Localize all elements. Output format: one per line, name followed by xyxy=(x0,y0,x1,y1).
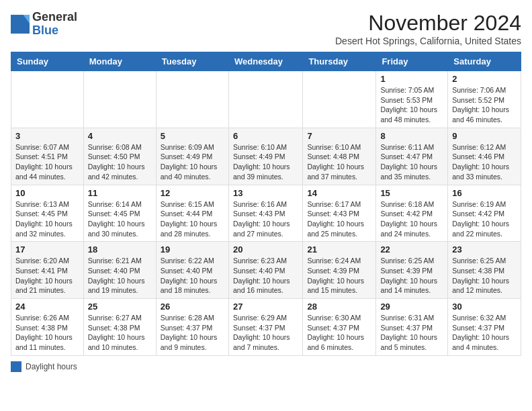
calendar-table: SundayMondayTuesdayWednesdayThursdayFrid… xyxy=(11,52,521,356)
day-number: 18 xyxy=(88,244,152,255)
calendar-cell xyxy=(228,71,302,128)
week-row-1: 1Sunrise: 7:05 AM Sunset: 5:53 PM Daylig… xyxy=(11,71,521,128)
week-row-4: 17Sunrise: 6:20 AM Sunset: 4:41 PM Dayli… xyxy=(11,242,521,299)
day-info: Sunrise: 6:14 AM Sunset: 4:45 PM Dayligh… xyxy=(88,199,152,239)
svg-rect-1 xyxy=(11,24,30,34)
column-header-monday: Monday xyxy=(83,52,156,71)
day-number: 28 xyxy=(307,302,371,312)
header-row: SundayMondayTuesdayWednesdayThursdayFrid… xyxy=(11,52,521,71)
logo-general: General xyxy=(32,10,77,24)
day-info: Sunrise: 6:10 AM Sunset: 4:48 PM Dayligh… xyxy=(307,142,371,182)
day-number: 26 xyxy=(161,302,224,312)
logo-blue: Blue xyxy=(32,24,58,37)
calendar-cell: 16Sunrise: 6:19 AM Sunset: 4:42 PM Dayli… xyxy=(448,185,521,242)
day-info: Sunrise: 7:05 AM Sunset: 5:53 PM Dayligh… xyxy=(380,85,443,125)
day-info: Sunrise: 6:29 AM Sunset: 4:37 PM Dayligh… xyxy=(233,313,298,353)
day-number: 17 xyxy=(15,244,79,255)
day-info: Sunrise: 6:09 AM Sunset: 4:49 PM Dayligh… xyxy=(161,142,224,182)
day-info: Sunrise: 6:22 AM Sunset: 4:40 PM Dayligh… xyxy=(161,256,224,295)
day-info: Sunrise: 6:13 AM Sunset: 4:45 PM Dayligh… xyxy=(15,199,79,239)
calendar-cell xyxy=(11,71,84,128)
day-number: 3 xyxy=(15,131,79,141)
day-info: Sunrise: 6:32 AM Sunset: 4:37 PM Dayligh… xyxy=(452,313,517,353)
logo-icon xyxy=(11,15,30,34)
calendar-cell: 24Sunrise: 6:26 AM Sunset: 4:38 PM Dayli… xyxy=(11,299,84,356)
calendar-cell: 13Sunrise: 6:16 AM Sunset: 4:43 PM Dayli… xyxy=(228,185,302,242)
day-number: 8 xyxy=(380,131,443,141)
week-row-3: 10Sunrise: 6:13 AM Sunset: 4:45 PM Dayli… xyxy=(11,185,521,242)
day-info: Sunrise: 6:10 AM Sunset: 4:49 PM Dayligh… xyxy=(233,142,298,182)
month-title: November 2024 xyxy=(335,11,521,36)
calendar-cell: 22Sunrise: 6:25 AM Sunset: 4:39 PM Dayli… xyxy=(376,242,448,299)
calendar-cell: 6Sunrise: 6:10 AM Sunset: 4:49 PM Daylig… xyxy=(228,128,302,185)
day-number: 16 xyxy=(452,188,517,198)
location-subtitle: Desert Hot Springs, California, United S… xyxy=(335,36,521,46)
calendar-cell: 4Sunrise: 6:08 AM Sunset: 4:50 PM Daylig… xyxy=(83,128,156,185)
calendar-cell: 20Sunrise: 6:23 AM Sunset: 4:40 PM Dayli… xyxy=(228,242,302,299)
day-number: 29 xyxy=(380,302,443,312)
day-info: Sunrise: 6:27 AM Sunset: 4:38 PM Dayligh… xyxy=(88,313,152,353)
calendar-cell: 1Sunrise: 7:05 AM Sunset: 5:53 PM Daylig… xyxy=(376,71,448,128)
legend: Daylight hours xyxy=(11,361,521,372)
calendar-cell xyxy=(303,71,376,128)
day-number: 6 xyxy=(233,131,298,141)
day-info: Sunrise: 6:19 AM Sunset: 4:42 PM Dayligh… xyxy=(452,199,517,239)
day-number: 22 xyxy=(380,244,443,255)
day-info: Sunrise: 6:07 AM Sunset: 4:51 PM Dayligh… xyxy=(15,142,79,182)
column-header-thursday: Thursday xyxy=(303,52,376,71)
legend-label: Daylight hours xyxy=(26,362,77,371)
calendar-cell: 30Sunrise: 6:32 AM Sunset: 4:37 PM Dayli… xyxy=(448,299,521,356)
calendar-cell xyxy=(156,71,228,128)
calendar-cell: 9Sunrise: 6:12 AM Sunset: 4:46 PM Daylig… xyxy=(448,128,521,185)
calendar-cell: 18Sunrise: 6:21 AM Sunset: 4:40 PM Dayli… xyxy=(83,242,156,299)
calendar-cell: 5Sunrise: 6:09 AM Sunset: 4:49 PM Daylig… xyxy=(156,128,228,185)
day-number: 4 xyxy=(88,131,152,141)
calendar-cell: 12Sunrise: 6:15 AM Sunset: 4:44 PM Dayli… xyxy=(156,185,228,242)
calendar-cell: 25Sunrise: 6:27 AM Sunset: 4:38 PM Dayli… xyxy=(83,299,156,356)
day-info: Sunrise: 6:11 AM Sunset: 4:47 PM Dayligh… xyxy=(380,142,443,182)
header: General Blue November 2024 Desert Hot Sp… xyxy=(11,11,521,46)
day-info: Sunrise: 6:26 AM Sunset: 4:38 PM Dayligh… xyxy=(15,313,79,353)
title-area: November 2024 Desert Hot Springs, Califo… xyxy=(335,11,521,46)
day-number: 13 xyxy=(233,188,298,198)
column-header-wednesday: Wednesday xyxy=(228,52,302,71)
calendar-cell: 2Sunrise: 7:06 AM Sunset: 5:52 PM Daylig… xyxy=(448,71,521,128)
day-number: 23 xyxy=(452,244,517,255)
column-header-friday: Friday xyxy=(376,52,448,71)
logo: General Blue xyxy=(11,11,77,38)
calendar-cell: 14Sunrise: 6:17 AM Sunset: 4:43 PM Dayli… xyxy=(303,185,376,242)
day-info: Sunrise: 6:18 AM Sunset: 4:42 PM Dayligh… xyxy=(380,199,443,239)
day-number: 20 xyxy=(233,244,298,255)
calendar-cell: 23Sunrise: 6:25 AM Sunset: 4:38 PM Dayli… xyxy=(448,242,521,299)
calendar-cell: 28Sunrise: 6:30 AM Sunset: 4:37 PM Dayli… xyxy=(303,299,376,356)
day-number: 2 xyxy=(452,74,517,84)
day-number: 25 xyxy=(88,302,152,312)
day-number: 24 xyxy=(15,302,79,312)
day-number: 15 xyxy=(380,188,443,198)
calendar-cell: 10Sunrise: 6:13 AM Sunset: 4:45 PM Dayli… xyxy=(11,185,84,242)
calendar-cell: 3Sunrise: 6:07 AM Sunset: 4:51 PM Daylig… xyxy=(11,128,84,185)
day-info: Sunrise: 6:16 AM Sunset: 4:43 PM Dayligh… xyxy=(233,199,298,239)
day-number: 10 xyxy=(15,188,79,198)
logo-text: General Blue xyxy=(32,11,77,38)
day-number: 12 xyxy=(161,188,224,198)
calendar-cell: 17Sunrise: 6:20 AM Sunset: 4:41 PM Dayli… xyxy=(11,242,84,299)
day-number: 5 xyxy=(161,131,224,141)
calendar-cell: 27Sunrise: 6:29 AM Sunset: 4:37 PM Dayli… xyxy=(228,299,302,356)
day-number: 19 xyxy=(161,244,224,255)
day-info: Sunrise: 6:30 AM Sunset: 4:37 PM Dayligh… xyxy=(307,313,371,353)
day-number: 7 xyxy=(307,131,371,141)
week-row-2: 3Sunrise: 6:07 AM Sunset: 4:51 PM Daylig… xyxy=(11,128,521,185)
day-number: 9 xyxy=(452,131,517,141)
day-number: 11 xyxy=(88,188,152,198)
day-info: Sunrise: 6:21 AM Sunset: 4:40 PM Dayligh… xyxy=(88,256,152,295)
day-number: 27 xyxy=(233,302,298,312)
calendar-cell: 29Sunrise: 6:31 AM Sunset: 4:37 PM Dayli… xyxy=(376,299,448,356)
day-info: Sunrise: 6:20 AM Sunset: 4:41 PM Dayligh… xyxy=(15,256,79,295)
calendar-cell: 11Sunrise: 6:14 AM Sunset: 4:45 PM Dayli… xyxy=(83,185,156,242)
calendar-cell: 19Sunrise: 6:22 AM Sunset: 4:40 PM Dayli… xyxy=(156,242,228,299)
day-number: 30 xyxy=(452,302,517,312)
day-info: Sunrise: 6:15 AM Sunset: 4:44 PM Dayligh… xyxy=(161,199,224,239)
day-info: Sunrise: 6:23 AM Sunset: 4:40 PM Dayligh… xyxy=(233,256,298,295)
day-info: Sunrise: 6:31 AM Sunset: 4:37 PM Dayligh… xyxy=(380,313,443,353)
